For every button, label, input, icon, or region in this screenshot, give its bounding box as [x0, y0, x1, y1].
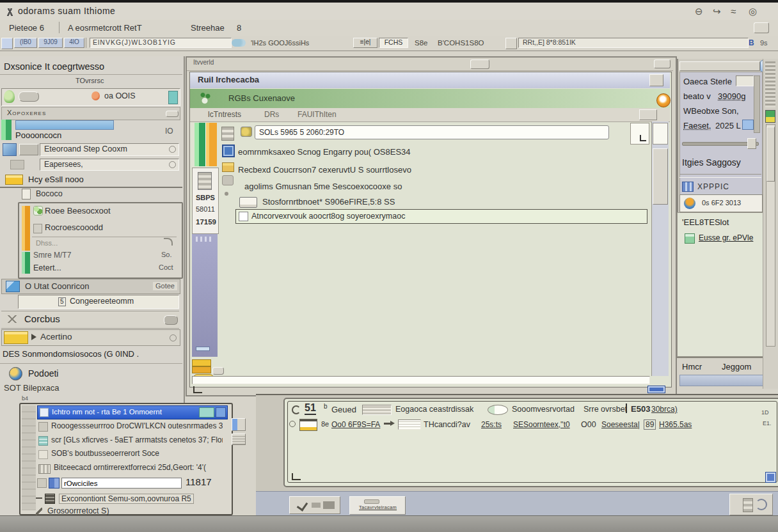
list-row-2[interactable]: scr [GLs xficrves - 5aET arrmatsts cenet…	[51, 435, 223, 444]
cap-field[interactable]: Eapersees,	[40, 159, 179, 171]
group-row-3[interactable]: Smre M/T7	[33, 251, 71, 260]
form-chip-icon[interactable]	[398, 419, 421, 430]
center-top-right-button[interactable]	[654, 59, 671, 68]
list-row-selected[interactable]: Ichtro nm not - rta Be 1 Onmoernt	[37, 405, 228, 419]
bp-r2-link1[interactable]: Oo0 6F9S=FA	[331, 420, 380, 429]
toolbar-button-2[interactable]: 9J09	[38, 38, 63, 48]
toolbar-button-3[interactable]: 4lO	[64, 38, 84, 48]
list-row-7[interactable]: Grosoorrretoct S)	[47, 506, 109, 516]
rp-row-1[interactable]: beato v	[683, 91, 711, 102]
menu-item-edit[interactable]: A eosrmetcrott RetT	[68, 23, 142, 33]
toolbar-fchs-button[interactable]: FCHS	[379, 38, 408, 48]
tab-contents[interactable]: lcTntrests	[208, 110, 241, 119]
toolbar-right-9s[interactable]: 9s	[760, 39, 768, 47]
bp-r1-link[interactable]: 30brca)	[651, 405, 678, 414]
rp-row-0-button[interactable]	[736, 75, 754, 86]
gray-rounded-icon[interactable]	[222, 175, 234, 185]
toolbar-field[interactable]: ElNVKG(J)WL3OB1YIG	[90, 38, 232, 48]
corcbus-row[interactable]: Corcbus	[1, 311, 179, 329]
window-minimize-icon[interactable]: ⊖	[695, 6, 703, 17]
cong-row[interactable]: 5 Congeereeteomm	[18, 295, 179, 309]
rp-row-0[interactable]: Oaeca Sterle	[683, 77, 732, 87]
search-input[interactable]	[255, 125, 609, 139]
window-restore-icon[interactable]: ↪	[713, 6, 721, 17]
content-row-1[interactable]: Recbexd Coucrrson7 cexeruvtU S sourrtlos…	[238, 165, 411, 175]
capsule-button[interactable]	[19, 91, 39, 102]
corcbus-blob-button[interactable]	[164, 315, 178, 325]
rp-row-3-link[interactable]: 2025 L	[715, 121, 741, 131]
horizontal-scrollbar[interactable]	[192, 376, 650, 384]
toolbar-list-icon[interactable]: ≡|e|	[353, 38, 377, 48]
scrollbar-top-box[interactable]	[653, 123, 668, 145]
gray-capsule-icon[interactable]	[19, 144, 38, 155]
selected-row-button-1[interactable]	[199, 407, 214, 418]
center-title-box[interactable]	[649, 74, 663, 86]
cap-radio[interactable]	[169, 161, 176, 168]
new-file-icon[interactable]	[1, 38, 13, 49]
unit-row[interactable]: O Utat Coonricon Gotee	[1, 279, 180, 294]
oval-icon[interactable]	[488, 405, 508, 415]
content-row-0[interactable]: eomrnmksaxeo Scnog Engarry pou( OS8ES34	[238, 147, 411, 157]
window-menu-icon[interactable]: ≈	[731, 6, 736, 17]
window-close-icon[interactable]: ◎	[749, 6, 757, 17]
corner-box[interactable]	[630, 123, 649, 145]
step-radio[interactable]	[169, 146, 176, 153]
toolbar-right-b[interactable]: B	[749, 38, 754, 47]
tab-drs[interactable]: DRs	[264, 110, 279, 119]
rp-meta-box[interactable]: 0s 6F2 3013	[679, 194, 763, 212]
acertino-row[interactable]: Acertino	[1, 329, 180, 346]
acertino-radio[interactable]	[170, 334, 177, 341]
bp-blue-icon[interactable]	[765, 472, 776, 483]
address-drop-button[interactable]	[505, 38, 517, 49]
group-row-2[interactable]: Dhss...	[36, 239, 58, 247]
menu-item-view[interactable]: Streehae	[191, 23, 225, 33]
menu-item-help[interactable]: 8	[237, 23, 241, 33]
hcy-section[interactable]: Hcy eSsll nooo	[0, 173, 182, 188]
list-row-6[interactable]: Exconontiont Semu-som,oovnuroa R5	[59, 494, 194, 504]
xop-pill-button[interactable]	[166, 111, 179, 117]
group-row-1[interactable]: Rocroescooodd	[45, 223, 103, 233]
list-lines-icon[interactable]	[232, 434, 246, 445]
folder-icon[interactable]	[222, 162, 234, 172]
step-field[interactable]: Eteoroand Step Cooxm	[40, 143, 179, 156]
rp-slider-thumb[interactable]	[747, 138, 756, 149]
bococo-tab[interactable]: Bococo	[19, 188, 90, 201]
address-field[interactable]: RRt,,E] 8*8:851IK	[518, 38, 749, 48]
bp-r2-soe[interactable]: Soeseesta|	[601, 420, 640, 429]
rp-row-1-link[interactable]: 39090g	[718, 91, 745, 102]
group-row-4[interactable]: Eetert...	[33, 263, 61, 273]
stripes-button[interactable]	[362, 405, 392, 415]
highlight-row[interactable]: Atncorvexrvouk aoocrt8og soyeroexrymaoc	[235, 209, 647, 224]
taskbar-clock-button[interactable]	[729, 494, 773, 515]
list-row-1[interactable]: Rooogessseurrroo DroCWI'LKCN outesnrmade…	[51, 421, 223, 430]
stack-capsule[interactable]	[212, 367, 224, 375]
taskbar-button-2[interactable]: Tacavrvtelracam	[349, 496, 406, 515]
grid-pencil-icon[interactable]	[221, 127, 234, 141]
refresh-icon[interactable]	[292, 405, 301, 414]
strip-scroll-thumb[interactable]	[766, 127, 775, 182]
content-row-2[interactable]: agolims Gmusnan 5me Sescoexocooxe so	[244, 182, 402, 192]
tape-icon[interactable]	[299, 419, 317, 431]
rp-blue-box-icon[interactable]	[742, 120, 754, 130]
tab-bar-button[interactable]	[639, 109, 657, 120]
xpppic-label[interactable]: XPPPIC	[697, 182, 729, 191]
rp-row-2[interactable]: WBeobxe Son,	[683, 106, 739, 116]
blue-square-icon[interactable]	[222, 145, 235, 157]
list-speaker-icon[interactable]	[232, 418, 246, 431]
bp-r2-h365[interactable]: H365.5as	[659, 420, 692, 429]
bp-r2-25s[interactable]: 25s:ts	[481, 420, 502, 429]
xop-header[interactable]: Xopoxeres	[1, 107, 180, 120]
teal-tab-icon[interactable]	[168, 91, 178, 104]
list-input[interactable]	[61, 478, 182, 489]
rp-mini-scrollbar[interactable]	[754, 75, 760, 133]
content-row-3[interactable]: Stosfornrtbnoet* S906eFIRE,5:8 SS	[262, 197, 395, 207]
group-row-0[interactable]: Roee Beesocxoot	[45, 206, 111, 216]
list-row-3[interactable]: SOB's boutbusseoerrerort Soce	[51, 449, 159, 458]
podoeti-row[interactable]: Podoeti	[0, 367, 182, 381]
rp-link[interactable]: Eusse gr. ePVle	[699, 233, 753, 242]
toolbar-button-1[interactable]: (lB0	[14, 38, 37, 48]
center-title-bar[interactable]: Ruil Irchecacba	[190, 72, 670, 88]
chat-bubble-icon[interactable]	[754, 22, 769, 33]
taskbar-button-1[interactable]	[289, 496, 340, 514]
rp-row-3[interactable]: Faeset,	[683, 121, 711, 131]
